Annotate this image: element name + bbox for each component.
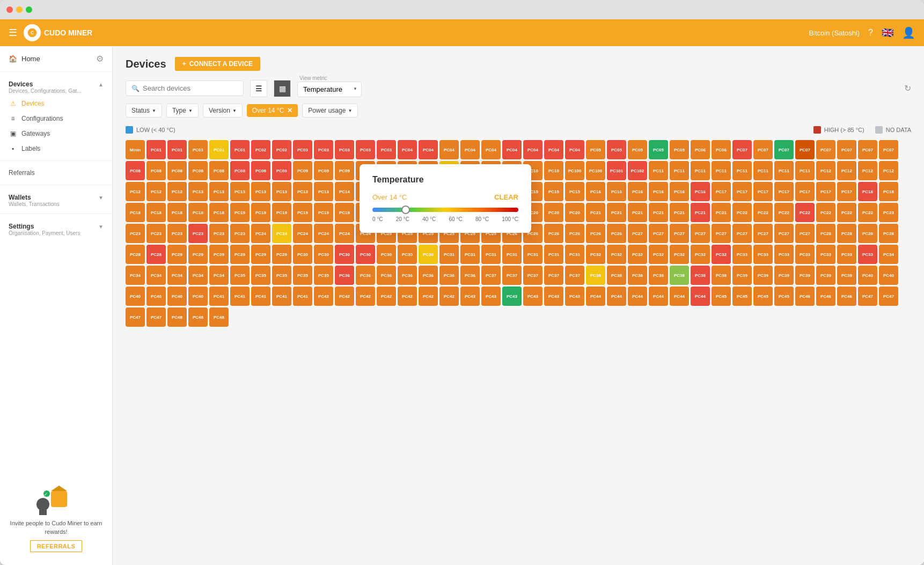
device-tile[interactable]: PC18 <box>879 182 898 201</box>
device-tile[interactable]: PC48 <box>167 307 187 327</box>
device-tile[interactable]: PC03 <box>293 140 312 159</box>
device-tile[interactable]: PC36 <box>377 266 396 285</box>
device-tile[interactable]: PC07 <box>774 140 794 159</box>
device-tile[interactable]: PC39 <box>816 266 835 285</box>
device-tile[interactable]: PC23 <box>188 224 208 243</box>
device-tile[interactable]: PC29 <box>188 245 208 264</box>
device-tile[interactable]: PC34 <box>146 266 166 285</box>
device-tile[interactable]: PC43 <box>481 287 501 306</box>
device-tile[interactable]: PC29 <box>230 245 250 264</box>
device-tile[interactable]: PC29 <box>209 245 229 264</box>
remove-filter-button[interactable]: ✕ <box>287 107 292 114</box>
connect-device-button[interactable]: + CONNECT A DEVICE <box>175 57 260 71</box>
device-tile[interactable]: PC11 <box>712 161 731 180</box>
device-tile[interactable]: PC08 <box>188 161 208 180</box>
device-tile[interactable]: PC44 <box>649 287 668 306</box>
device-tile[interactable]: PC17 <box>774 182 794 201</box>
device-tile[interactable]: PC40 <box>167 287 187 306</box>
device-tile[interactable]: PC44 <box>586 287 605 306</box>
device-tile[interactable]: PC39 <box>795 266 815 285</box>
device-tile[interactable]: PC08 <box>126 161 145 180</box>
device-tile[interactable]: PC08 <box>146 161 166 180</box>
device-tile[interactable]: PC37 <box>481 266 501 285</box>
device-tile[interactable]: PC01 <box>230 140 250 159</box>
device-tile[interactable]: PC13 <box>251 182 270 201</box>
device-tile[interactable]: PC21 <box>712 203 731 222</box>
device-tile[interactable]: PC16 <box>586 182 605 201</box>
status-filter[interactable]: Status ▼ <box>126 104 162 118</box>
device-tile[interactable]: PC28 <box>146 245 166 264</box>
device-tile[interactable]: PC41 <box>272 287 291 306</box>
device-tile[interactable]: PC08 <box>272 161 291 180</box>
device-tile[interactable]: PC05 <box>670 140 689 159</box>
device-tile[interactable]: PC08 <box>209 161 229 180</box>
device-tile[interactable]: PC21 <box>607 203 626 222</box>
device-tile[interactable]: PC23 <box>879 203 898 222</box>
device-tile[interactable]: PC26 <box>607 224 626 243</box>
wallets-collapse[interactable]: ▼ <box>98 195 104 201</box>
device-tile[interactable]: PC45 <box>774 287 794 306</box>
device-tile[interactable]: PC24 <box>272 224 291 243</box>
device-tile[interactable]: PC30 <box>314 245 333 264</box>
device-tile[interactable]: PC05 <box>607 140 626 159</box>
view-metric-select[interactable]: Temperature <box>297 82 362 97</box>
device-tile[interactable]: PC33 <box>732 245 752 264</box>
device-tile[interactable]: PC36 <box>419 266 438 285</box>
device-tile[interactable]: PC38 <box>607 266 626 285</box>
device-tile[interactable]: PC04 <box>565 140 584 159</box>
device-tile[interactable]: PC07 <box>795 140 815 159</box>
device-tile[interactable]: PC41 <box>230 287 250 306</box>
device-tile[interactable]: PC22 <box>858 203 877 222</box>
device-tile[interactable]: PC27 <box>774 224 794 243</box>
device-tile[interactable]: PC03 <box>377 140 396 159</box>
device-tile[interactable]: PC19 <box>293 203 312 222</box>
device-tile[interactable]: PC36 <box>356 266 375 285</box>
device-tile[interactable]: PC34 <box>209 266 229 285</box>
device-tile[interactable]: PC32 <box>607 245 626 264</box>
device-tile[interactable]: PC07 <box>858 140 877 159</box>
device-tile[interactable]: PC47 <box>146 307 166 327</box>
device-tile[interactable]: PC21 <box>586 203 605 222</box>
device-tile[interactable]: PC40 <box>126 287 145 306</box>
device-tile[interactable]: PC29 <box>167 245 187 264</box>
device-tile[interactable]: PC23 <box>126 224 145 243</box>
device-tile[interactable]: PC42 <box>419 287 438 306</box>
device-tile[interactable]: PC27 <box>795 224 815 243</box>
temp-slider-thumb[interactable] <box>401 206 410 214</box>
device-tile[interactable]: PC11 <box>649 161 668 180</box>
device-tile[interactable]: PC04 <box>481 140 501 159</box>
device-tile[interactable]: PC15 <box>565 182 584 201</box>
device-tile[interactable]: PC33 <box>774 245 794 264</box>
device-tile[interactable]: PC45 <box>712 287 731 306</box>
device-tile[interactable]: PC35 <box>230 266 250 285</box>
devices-group-label[interactable]: Devices <box>9 80 33 88</box>
device-tile[interactable]: PC30 <box>293 245 312 264</box>
device-tile[interactable]: PC43 <box>523 287 542 306</box>
sidebar-item-configurations[interactable]: ≡ Configurations <box>0 111 112 126</box>
device-tile[interactable]: PC27 <box>628 224 647 243</box>
help-icon[interactable]: ? <box>868 28 873 38</box>
device-tile[interactable]: PC40 <box>146 287 166 306</box>
device-tile[interactable]: PC34 <box>188 266 208 285</box>
device-tile[interactable]: PC21 <box>670 203 689 222</box>
sidebar-item-labels[interactable]: ▪ Labels <box>0 141 112 156</box>
device-tile[interactable]: PC07 <box>816 140 835 159</box>
device-tile[interactable]: PC05 <box>586 140 605 159</box>
device-tile[interactable]: PC01 <box>167 140 187 159</box>
device-tile[interactable]: PC29 <box>251 245 270 264</box>
device-tile[interactable]: PC20 <box>544 203 563 222</box>
sidebar-item-home[interactable]: 🏠 Home <box>9 53 40 65</box>
device-tile[interactable]: PC09 <box>293 161 312 180</box>
device-tile[interactable]: PC32 <box>712 245 731 264</box>
device-tile[interactable]: PC34 <box>879 245 898 264</box>
device-tile[interactable]: PC01 <box>209 140 229 159</box>
device-tile[interactable]: PC16 <box>628 182 647 201</box>
device-tile[interactable]: PC14 <box>335 182 354 201</box>
device-tile[interactable]: PC13 <box>230 182 250 201</box>
device-tile[interactable]: PC46 <box>837 287 856 306</box>
device-tile[interactable]: PC17 <box>753 182 773 201</box>
device-tile[interactable]: PC27 <box>691 224 710 243</box>
device-tile[interactable]: PC42 <box>356 287 375 306</box>
device-tile[interactable]: PC12 <box>126 182 145 201</box>
device-tile[interactable]: PC22 <box>753 203 773 222</box>
